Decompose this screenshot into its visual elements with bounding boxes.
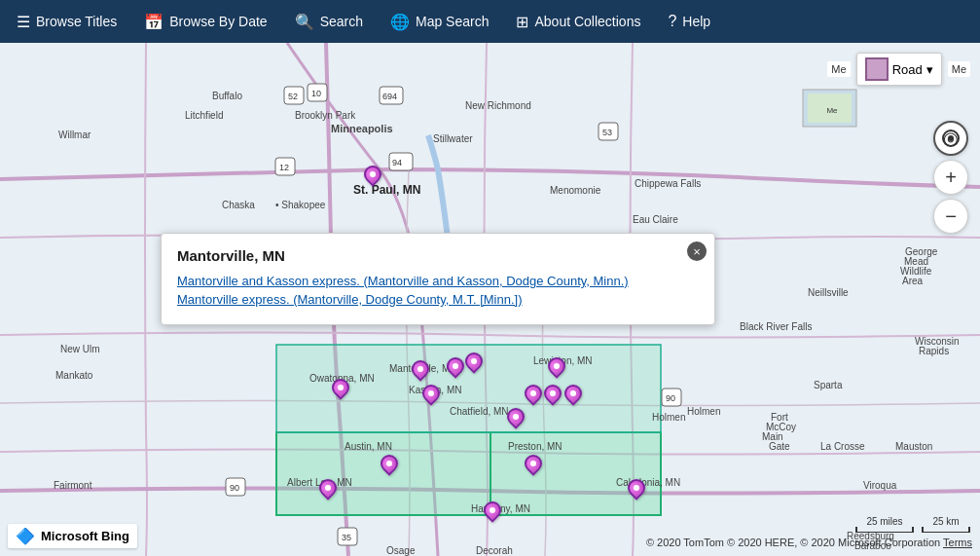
globe-icon: 🌐 xyxy=(390,13,410,31)
svg-text:Osage: Osage xyxy=(386,545,416,556)
svg-text:Mauston: Mauston xyxy=(895,441,932,452)
pin-lewiston[interactable] xyxy=(548,357,565,379)
nav-help[interactable]: ? Help xyxy=(655,4,723,39)
help-icon: ? xyxy=(668,13,676,30)
grid-icon: ⊞ xyxy=(516,13,528,31)
popup-close-button[interactable]: × xyxy=(687,241,707,261)
svg-text:Chatfield, MN: Chatfield, MN xyxy=(450,406,509,417)
svg-text:Stillwater: Stillwater xyxy=(433,133,473,144)
map-copyright: © 2020 TomTom © 2020 HERE, © 2020 Micros… xyxy=(646,537,972,548)
location-popup: × Mantorville, MN Mantorville and Kasson… xyxy=(161,233,715,325)
svg-text:Minneapolis: Minneapolis xyxy=(331,123,393,134)
svg-text:Eau Claire: Eau Claire xyxy=(633,214,678,225)
svg-text:90: 90 xyxy=(230,483,239,493)
svg-text:New Ulm: New Ulm xyxy=(60,344,100,354)
popup-title: Mantorville, MN xyxy=(177,247,699,264)
svg-text:Black River Falls: Black River Falls xyxy=(740,321,812,332)
zoom-out-button[interactable]: − xyxy=(933,199,968,234)
list-icon: ☰ xyxy=(17,13,30,31)
svg-text:12: 12 xyxy=(279,163,289,172)
svg-text:694: 694 xyxy=(382,92,397,101)
pin-preston[interactable] xyxy=(525,455,542,476)
svg-text:Menomonie: Menomonie xyxy=(550,185,601,196)
svg-text:52: 52 xyxy=(288,92,298,101)
map-label-me: Me xyxy=(827,61,850,77)
bing-logo: 🔷 Microsoft Bing xyxy=(8,524,137,548)
zoom-controls: ◎ + − xyxy=(933,121,968,234)
svg-text:La Crosse: La Crosse xyxy=(820,441,865,452)
svg-text:94: 94 xyxy=(392,158,402,167)
svg-text:35: 35 xyxy=(342,533,351,542)
pin-harmony[interactable] xyxy=(484,501,501,523)
pin-albert-lea[interactable] xyxy=(319,479,337,500)
pin-mantorville[interactable] xyxy=(412,360,429,382)
nav-browse-titles[interactable]: ☰ Browse Titles xyxy=(4,4,129,39)
svg-text:Gate: Gate xyxy=(769,441,790,452)
road-type-dropdown[interactable]: Road ▾ xyxy=(856,53,942,86)
pin-chatfield[interactable] xyxy=(507,408,525,429)
svg-text:Neillsville: Neillsville xyxy=(808,287,849,298)
nav-about-collections[interactable]: ⊞ About Collections xyxy=(503,4,653,39)
svg-text:Caledonia, MN: Caledonia, MN xyxy=(616,477,680,488)
search-icon: 🔍 xyxy=(295,13,314,31)
pin-cluster-5[interactable] xyxy=(564,385,582,406)
svg-text:Chippewa Falls: Chippewa Falls xyxy=(635,178,701,189)
svg-text:Mankato: Mankato xyxy=(55,370,93,381)
pin-austin[interactable] xyxy=(381,455,398,476)
bing-icon: 🔷 xyxy=(16,527,35,545)
pin-cluster-4[interactable] xyxy=(544,385,562,406)
svg-text:90: 90 xyxy=(666,393,675,403)
svg-text:New Richmond: New Richmond xyxy=(465,100,531,111)
pin-cluster-3[interactable] xyxy=(525,385,542,406)
nav-map-search[interactable]: 🌐 Map Search xyxy=(378,4,501,39)
pin-st-paul[interactable] xyxy=(364,166,381,187)
nav-browse-by-date[interactable]: 📅 Browse By Date xyxy=(131,4,279,39)
svg-text:53: 53 xyxy=(602,128,612,137)
svg-text:Willmar: Willmar xyxy=(58,130,91,140)
svg-text:Buffalo: Buffalo xyxy=(212,91,242,101)
terms-link[interactable]: Terms xyxy=(943,537,972,548)
svg-text:10: 10 xyxy=(311,89,321,98)
map-container: Willmar Litchfield Buffalo Brooklyn Park… xyxy=(0,43,980,556)
pin-caledonia[interactable] xyxy=(628,479,645,500)
map-controls: Me Road ▾ Me xyxy=(827,53,970,86)
svg-text:Holmen: Holmen xyxy=(652,412,685,423)
road-type-icon xyxy=(865,57,889,81)
svg-text:Holmen: Holmen xyxy=(687,406,720,417)
svg-text:Chaska: Chaska xyxy=(222,200,255,210)
popup-link-2[interactable]: Mantorville express. (Mantorville, Dodge… xyxy=(177,292,699,307)
zoom-in-button[interactable]: + xyxy=(933,160,968,195)
svg-text:Rapids: Rapids xyxy=(919,346,949,356)
svg-text:Brooklyn Park: Brooklyn Park xyxy=(295,110,356,121)
map-label-me2: Me xyxy=(948,61,970,77)
svg-text:Litchfield: Litchfield xyxy=(185,110,223,121)
svg-text:Decorah: Decorah xyxy=(476,545,513,556)
svg-text:Me: Me xyxy=(826,106,838,115)
dropdown-arrow-icon: ▾ xyxy=(926,62,933,77)
svg-text:Sparta: Sparta xyxy=(814,380,843,390)
calendar-icon: 📅 xyxy=(144,13,163,31)
svg-text:Area: Area xyxy=(902,276,924,286)
scale-bar: 25 miles 25 km xyxy=(855,516,970,533)
navigation-bar: ☰ Browse Titles 📅 Browse By Date 🔍 Searc… xyxy=(0,0,980,43)
pin-cluster-1[interactable] xyxy=(447,357,464,379)
svg-text:Viroqua: Viroqua xyxy=(863,480,897,491)
svg-text:Preston, MN: Preston, MN xyxy=(508,441,563,452)
nav-search[interactable]: 🔍 Search xyxy=(282,4,376,39)
svg-text:• Shakopee: • Shakopee xyxy=(275,200,326,210)
pin-cluster-2[interactable] xyxy=(465,352,483,374)
svg-text:Fairmont: Fairmont xyxy=(54,480,92,491)
svg-text:Austin, MN: Austin, MN xyxy=(345,441,392,452)
popup-link-1[interactable]: Mantorville and Kasson express. (Mantorv… xyxy=(177,274,699,288)
pin-kasson[interactable] xyxy=(422,385,440,406)
locate-button[interactable]: ◎ xyxy=(933,121,968,156)
pin-owatonna[interactable] xyxy=(332,379,349,400)
